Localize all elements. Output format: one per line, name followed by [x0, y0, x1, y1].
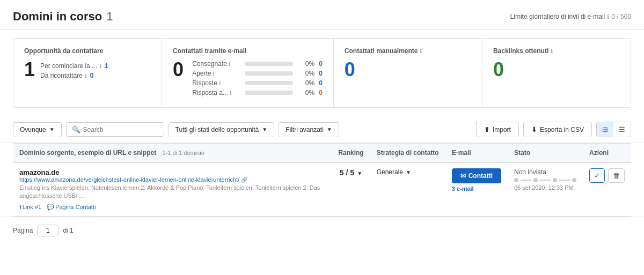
stat-info-icon-4: ℹ	[551, 48, 553, 54]
stats-title-3: Contattati manualmente ℹ	[345, 47, 471, 55]
table-wrap: Dominio sorgente, esempio di URL e snipp…	[13, 143, 631, 217]
stats-title-2: Contattati tramite e-mail	[173, 47, 323, 55]
domain-url[interactable]: https://www.amazona.de/vergleichstest-on…	[19, 176, 325, 183]
status-line-2	[540, 180, 551, 181]
data-table: Dominio sorgente, esempio di URL e snipp…	[13, 143, 631, 217]
location-label: Ovunque	[20, 126, 46, 133]
big-number-1: 1	[24, 60, 35, 79]
stat-info-icon-1: ℹ	[99, 63, 101, 69]
stat-info-icon-3: ℹ	[420, 48, 422, 54]
status-label: Non inviata	[514, 168, 576, 176]
stat-row-2-label: Da ricontattare	[40, 72, 83, 79]
pagination-of-label: di 1	[63, 227, 73, 234]
ranking-value: 5 / 5	[340, 168, 354, 177]
email-icon: ✉	[460, 172, 466, 180]
search-icon: 🔍	[72, 125, 80, 133]
external-link-icon: 🔗	[241, 177, 247, 183]
page-title: Domini in corso 1	[13, 10, 113, 24]
view-grid-button[interactable]: ⊞	[597, 122, 613, 137]
status-line-1	[521, 180, 531, 181]
delete-button[interactable]: 🗑	[608, 168, 625, 183]
email-limit: Limite giornaliero di invii di e-mail ℹ …	[510, 13, 631, 20]
col-email-header: E-mail	[445, 144, 508, 163]
stats-section-opportunita: Opportunità da contattare 1 Per comincia…	[13, 39, 162, 107]
domain-snippet: Einstieg ins Klavierspielen; Notenlesen …	[19, 184, 325, 200]
contact-page-link[interactable]: 💬 Pagina Contatti	[47, 204, 96, 211]
page-title-count: 1	[106, 10, 113, 24]
export-button[interactable]: ⬇ Esporta in CSV	[523, 122, 592, 137]
list-icon: ☰	[619, 125, 625, 133]
email-limit-value: 0 / 500	[611, 13, 631, 20]
chat-icon: 💬	[47, 204, 54, 211]
status-dot-4	[572, 178, 576, 182]
import-icon: ⬆	[484, 125, 490, 133]
pagination-page-label: Pagina	[13, 227, 33, 234]
col-strategy-header: Strategia di contatto	[370, 144, 445, 163]
email-count: 3 e-mail	[452, 185, 501, 192]
search-input[interactable]	[83, 126, 158, 133]
stat-info-icon-2: ℹ	[85, 73, 87, 79]
col-ranking-header: Ranking	[332, 144, 370, 163]
filter-label: Filtri avanzati	[286, 126, 324, 133]
col-domain-header: Dominio sorgente, esempio di URL e snipp…	[13, 144, 332, 163]
actions-cell: ✓ 🗑	[583, 162, 631, 216]
col-actions-header: Azioni	[583, 144, 631, 163]
stats-section-manuali: Contattati manualmente ℹ 0	[334, 39, 482, 107]
stat-row-1-label: Per cominciare la ...	[40, 62, 97, 70]
stat-row-2-value: 0	[90, 72, 94, 79]
strategy-label: Generale	[377, 168, 403, 176]
status-dot-3	[553, 178, 557, 182]
check-icon: ✓	[594, 172, 600, 180]
filter-chevron-icon: ▼	[327, 127, 332, 132]
email-cell: ✉ Contatti 3 e-mail	[445, 162, 508, 216]
email-stat-row: Risposta a... ℹ 0% 0	[192, 89, 323, 96]
page-header: Domini in corso 1 Limite giornaliero di …	[0, 0, 644, 29]
status-date: 06 set 2020, 12:33 PM	[514, 184, 576, 191]
view-list-button[interactable]: ☰	[613, 122, 631, 137]
status-chevron-icon: ▼	[262, 127, 267, 132]
stats-title-1: Opportunità da contattare	[24, 47, 151, 55]
toolbar-right: ⬆ Import ⬇ Esporta in CSV ⊞ ☰	[476, 122, 631, 137]
pagination-page-input[interactable]	[37, 225, 58, 236]
stat-row-1: Per cominciare la ... ℹ 1	[40, 62, 108, 70]
email-stat-row: Consegnate ℹ 0% 0	[192, 60, 323, 68]
col-domain-count: 1-1 di 1 dominio	[163, 150, 204, 156]
check-button[interactable]: ✓	[589, 168, 605, 183]
email-limit-info-icon: ℹ	[607, 13, 609, 20]
pagination: Pagina di 1	[0, 217, 644, 244]
strategy-cell: Generale ▼	[370, 162, 445, 216]
trash-icon: 🗑	[613, 172, 620, 180]
stats-panel: Opportunità da contattare 1 Per comincia…	[13, 38, 631, 108]
page-title-text: Domini in corso	[13, 10, 102, 24]
table-header-row: Dominio sorgente, esempio di URL e snipp…	[13, 144, 631, 163]
ranking-cell: 5 / 5 ▼	[332, 162, 370, 216]
status-dropdown[interactable]: Tutti gli stati delle opportunità ▼	[169, 122, 275, 137]
status-label: Tutti gli stati delle opportunità	[175, 126, 259, 133]
contatti-button[interactable]: ✉ Contatti	[452, 168, 501, 183]
view-toggle: ⊞ ☰	[596, 122, 631, 137]
email-stat-row: Risposte ℹ 0% 0	[192, 79, 323, 87]
strategy-chevron-icon: ▼	[406, 169, 411, 175]
big-number-2: 0	[173, 60, 184, 99]
col-status-header: Stato	[508, 144, 583, 163]
facebook-icon: f	[19, 204, 21, 210]
filter-dropdown[interactable]: Filtri avanzati ▼	[279, 122, 339, 137]
grid-icon: ⊞	[602, 125, 608, 133]
toolbar: Ovunque ▼ 🔍 Tutti gli stati delle opport…	[0, 116, 644, 143]
table-row: amazona.de https://www.amazona.de/vergle…	[13, 162, 631, 216]
stats-title-4: Backlinks ottenuti ℹ	[493, 47, 620, 55]
email-stat-row: Aperte ℹ 0% 0	[192, 70, 323, 77]
stat-row-2: Da ricontattare ℹ 0	[40, 72, 108, 79]
stats-section-backlinks: Backlinks ottenuti ℹ 0	[482, 39, 631, 107]
location-chevron-icon: ▼	[49, 127, 55, 132]
stats-section-email: Contattati tramite e-mail 0 Consegnate ℹ…	[162, 39, 334, 107]
big-number-4: 0	[493, 58, 504, 80]
status-dot-1	[514, 178, 518, 182]
domain-name: amazona.de	[19, 168, 325, 176]
facebook-link[interactable]: f Link #1	[19, 204, 41, 210]
status-cell: Non inviata 06 set 2020, 12:33 PM	[508, 162, 583, 216]
location-dropdown[interactable]: Ovunque ▼	[13, 122, 62, 137]
email-limit-label: Limite giornaliero di invii di e-mail	[510, 13, 605, 20]
status-line-3	[559, 180, 570, 181]
import-button[interactable]: ⬆ Import	[476, 122, 519, 137]
